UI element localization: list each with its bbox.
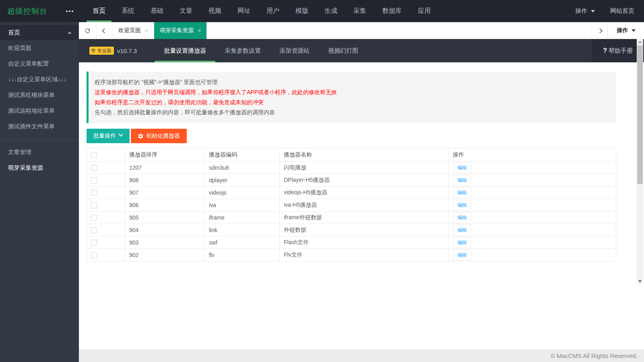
refresh-button[interactable] xyxy=(79,22,97,39)
notice-line: 先勾选，然后选择批量操作的内容，即可批量修改多个播放器的调用内容 xyxy=(95,107,610,117)
copyright-text: © MacCMS All Rights Reserved. xyxy=(551,352,638,359)
more-menu-icon[interactable] xyxy=(65,8,74,14)
table-row: 908 dplayer DPlayer-H5播放器 编辑 xyxy=(87,174,616,187)
row-checkbox[interactable] xyxy=(91,252,97,258)
top-operate-dropdown[interactable]: 操作 xyxy=(575,7,595,15)
sidebar-item-test-plugin-file[interactable]: 测试插件文件菜单 xyxy=(0,119,79,134)
edit-button[interactable]: 编辑 xyxy=(453,162,471,173)
chevron-down-icon xyxy=(119,132,123,136)
top-nav-home[interactable]: 首页 xyxy=(87,0,111,22)
table-row: 907 videojs videojs-H5播放器 编辑 xyxy=(87,187,616,199)
row-checkbox[interactable] xyxy=(91,190,97,196)
top-nav-template[interactable]: 模版 xyxy=(289,0,314,22)
notice-line-warning: 这里修改的播放器，只适用于网页端调用，如果你程序接入了APP或者小程序，此处的修… xyxy=(95,87,610,97)
top-navigation: 首页 系统 基础 文章 视频 网址 用户 模版 生成 采集 数据库 应用 xyxy=(85,0,439,22)
row-checkbox[interactable] xyxy=(91,177,97,183)
row-checkbox[interactable] xyxy=(91,215,97,221)
footer: © MacCMS All Rights Reserved. xyxy=(79,349,644,362)
tab-bar: 欢迎页面 × 萌芽采集资源 × 操作 xyxy=(79,22,644,39)
question-mark-icon: ? xyxy=(603,47,607,54)
top-bar: 超级控制台 首页 系统 基础 文章 视频 网址 用户 模版 生成 采集 数据库 … xyxy=(0,0,644,22)
caret-down-icon xyxy=(632,29,636,32)
edit-button[interactable]: 编辑 xyxy=(453,250,471,261)
top-nav-article[interactable]: 文章 xyxy=(173,0,198,22)
pro-badge: 专业版 xyxy=(89,47,114,55)
table-row: 905 iframe iframe外链数据 编辑 xyxy=(87,212,616,224)
sidebar-item-test-remote-url[interactable]: 测试远程地址菜单 xyxy=(0,103,79,119)
table-row: 906 iva iva-H5播放器 编辑 xyxy=(87,199,616,212)
top-right-actions: 操作 网站首页 xyxy=(575,0,644,22)
site-home-link[interactable]: 网站首页 xyxy=(610,7,634,15)
close-icon[interactable]: × xyxy=(145,27,148,34)
tab-operate-dropdown[interactable]: 操作 xyxy=(608,22,644,39)
sidebar-item-welcome[interactable]: 欢迎页面 xyxy=(0,40,79,56)
edit-button[interactable]: 编辑 xyxy=(453,237,471,248)
notice-box: 程序顶部导航栏的 “视频”->“播放器” 里面也可管理 这里修改的播放器，只适用… xyxy=(87,72,616,123)
top-nav-collect[interactable]: 采集 xyxy=(347,0,372,22)
edit-button[interactable]: 编辑 xyxy=(453,175,471,186)
version-area: 专业版 v10.7.3 xyxy=(79,39,137,62)
scroll-tabs-left-button[interactable] xyxy=(97,22,113,39)
subnav-video-slideshow[interactable]: 视频幻灯图 xyxy=(319,39,367,62)
sidebar-divider xyxy=(0,139,79,140)
table-row: 902 flv Flv文件 编辑 xyxy=(87,249,616,261)
table-row: 904 link 外链数据 编辑 xyxy=(87,224,616,237)
app-logo: 超级控制台 xyxy=(7,6,47,16)
sidebar-item-custom-menu-zone[interactable]: ↓↓↓自定义菜单区域↓↓↓ xyxy=(0,72,79,87)
close-icon[interactable]: × xyxy=(198,27,201,34)
edit-button[interactable]: 编辑 xyxy=(453,200,471,211)
table-row: 903 swf Flash文件 编辑 xyxy=(87,237,616,249)
row-checkbox[interactable] xyxy=(91,240,97,246)
row-checkbox[interactable] xyxy=(91,202,97,208)
top-nav-generate[interactable]: 生成 xyxy=(318,0,343,22)
edit-button[interactable]: 编辑 xyxy=(453,187,471,198)
table-header-row: 播放器排序 播放器编码 播放器名称 操作 xyxy=(87,148,616,162)
sidebar-item-test-system-module[interactable]: 测试系统模块菜单 xyxy=(0,87,79,103)
sidebar-item-custom-menu-config[interactable]: 自定义菜单配置 xyxy=(0,56,79,72)
top-nav-video[interactable]: 视频 xyxy=(202,0,227,22)
row-checkbox[interactable] xyxy=(91,227,97,233)
chevron-left-icon xyxy=(102,28,107,33)
collapse-arrow-icon xyxy=(68,31,72,34)
scrollbar-up-button[interactable] xyxy=(637,39,643,45)
col-header-code: 播放器编码 xyxy=(205,148,280,162)
help-manual-link[interactable]: ? 帮助手册 xyxy=(592,39,644,62)
subnav-collect-params[interactable]: 采集参数设置 xyxy=(215,39,270,62)
scrollbar-down-button[interactable] xyxy=(637,278,643,284)
chevron-right-icon xyxy=(597,28,603,33)
col-header-action: 操作 xyxy=(449,148,616,162)
triangle-up-icon xyxy=(638,41,642,43)
row-checkbox[interactable] xyxy=(91,165,97,171)
notice-line: 程序顶部导航栏的 “视频”->“播放器” 里面也可管理 xyxy=(95,77,610,87)
table-row: 1207 sdm3u8 闪电播放 编辑 xyxy=(87,162,616,174)
refresh-icon xyxy=(84,27,91,34)
top-nav-user[interactable]: 用户 xyxy=(260,0,285,22)
top-nav-system[interactable]: 系统 xyxy=(116,0,140,22)
vertical-scrollbar[interactable] xyxy=(637,39,643,284)
sidebar-group-home[interactable]: 首页 xyxy=(0,25,79,40)
edit-button[interactable]: 编辑 xyxy=(453,225,471,236)
batch-operate-button[interactable]: 批量操作 xyxy=(87,129,130,143)
body-row: 首页 欢迎页面 自定义菜单配置 ↓↓↓自定义菜单区域↓↓↓ 测试系统模块菜单 测… xyxy=(0,22,644,362)
col-header-name: 播放器名称 xyxy=(280,148,449,162)
page-content: 程序顶部导航栏的 “视频”->“播放器” 里面也可管理 这里修改的播放器，只适用… xyxy=(79,62,644,349)
scroll-tabs-right-button[interactable] xyxy=(592,22,608,39)
main-area: 欢迎页面 × 萌芽采集资源 × 操作 xyxy=(79,22,644,362)
top-nav-basic[interactable]: 基础 xyxy=(144,0,169,22)
top-nav-database[interactable]: 数据库 xyxy=(376,0,408,22)
init-player-button[interactable]: 初始化播放器 xyxy=(131,129,187,143)
scrollbar-thumb[interactable] xyxy=(637,45,643,184)
tab-mengya-collect[interactable]: 萌芽采集资源 × xyxy=(154,22,207,39)
subnav-batch-player[interactable]: 批量设置播放器 xyxy=(155,39,215,62)
caret-down-icon xyxy=(591,10,595,12)
top-nav-url[interactable]: 网址 xyxy=(231,0,256,22)
top-nav-apps[interactable]: 应用 xyxy=(412,0,437,22)
tab-bar-spacer xyxy=(207,22,592,39)
select-all-checkbox[interactable] xyxy=(91,152,97,158)
sidebar-item-article-manage[interactable]: 文章管理 xyxy=(0,144,79,160)
edit-button[interactable]: 编辑 xyxy=(453,212,471,223)
sidebar: 首页 欢迎页面 自定义菜单配置 ↓↓↓自定义菜单区域↓↓↓ 测试系统模块菜单 测… xyxy=(0,22,79,362)
tab-welcome[interactable]: 欢迎页面 × xyxy=(113,22,154,39)
sidebar-item-mengya-collect[interactable]: 萌芽采集资源 xyxy=(0,160,79,176)
subnav-add-resource-site[interactable]: 添加资源站 xyxy=(270,39,319,62)
